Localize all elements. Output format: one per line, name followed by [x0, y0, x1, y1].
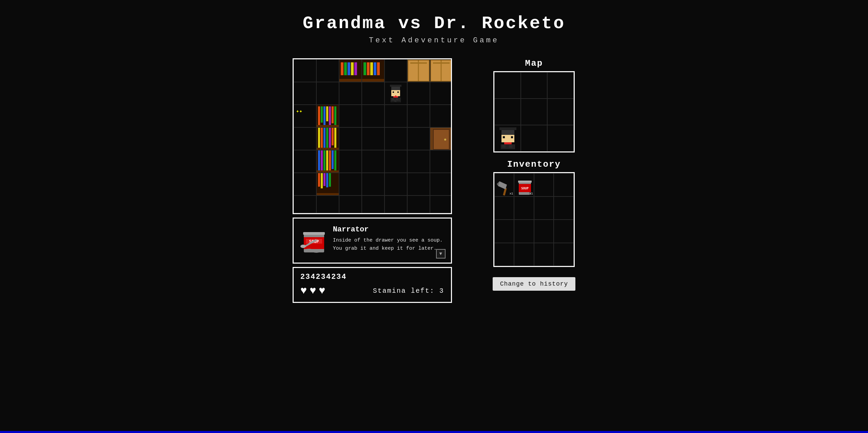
inventory-title: Inventory	[493, 159, 575, 169]
right-panel: Map	[493, 58, 576, 291]
change-history-button[interactable]: Change to history	[493, 277, 576, 291]
inv-cell-9	[514, 220, 534, 243]
inv-cell-1: SOUP x1	[514, 173, 534, 197]
grid-cell-5-6	[430, 173, 452, 195]
svg-rect-24	[511, 136, 513, 138]
map-container	[493, 71, 575, 152]
grid-cell-6-3	[362, 195, 384, 213]
grid-cell-6-4	[384, 195, 407, 213]
grid-cell-0-5	[407, 59, 430, 82]
grid-cell-4-1	[316, 150, 339, 173]
sparkle-icon: ✦✦	[296, 108, 302, 115]
map-cell-1-0	[494, 99, 521, 125]
dialogue-text: Inside of the drawer you see a soup. You…	[333, 236, 444, 253]
map-section: Map	[493, 58, 575, 152]
svg-rect-2	[391, 90, 400, 96]
map-cell-1-1	[521, 99, 547, 125]
stamina-label: Stamina left: 3	[373, 287, 444, 295]
inventory-container: x1 SOUP x1	[493, 172, 575, 267]
grid-cell-3-2	[339, 127, 362, 150]
inv-cell-15	[554, 243, 574, 266]
dialogue-box: SOUP Narrator Inside of the drawer	[293, 218, 452, 264]
player-sprite	[387, 84, 404, 103]
map-cell-0-1	[521, 72, 547, 99]
dialogue-speaker: Narrator	[333, 225, 444, 234]
heart-2: ♥	[310, 285, 316, 297]
svg-rect-22	[501, 135, 514, 142]
svg-rect-28	[509, 145, 512, 148]
bottom-bar	[0, 431, 868, 433]
page-subtitle: Text Adeventure Game	[0, 36, 868, 45]
svg-rect-27	[502, 145, 506, 148]
inv-cell-3	[554, 173, 574, 197]
grid-cell-0-6	[430, 59, 452, 82]
inv-cell-5	[514, 197, 534, 220]
status-row: ♥ ♥ ♥ Stamina left: 3	[300, 285, 444, 297]
grid-cell-2-4	[384, 105, 407, 127]
svg-rect-0	[390, 85, 401, 87]
dialogue-portrait: SOUP	[300, 225, 328, 256]
inv-cell-12	[494, 243, 514, 266]
inv-cell-13	[514, 243, 534, 266]
grid-cell-1-0	[294, 82, 316, 105]
hearts-container: ♥ ♥ ♥	[300, 285, 326, 297]
inv-cell-6	[534, 197, 554, 220]
inv-cell-14	[534, 243, 554, 266]
inv-cell-7	[554, 197, 574, 220]
soup-count: x1	[529, 192, 533, 195]
map-cell-0-2	[547, 72, 574, 99]
svg-marker-30	[498, 181, 507, 189]
grid-cell-2-5	[407, 105, 430, 127]
grid-cell-3-0	[294, 127, 316, 150]
player-id: 234234234	[300, 273, 444, 281]
map-player-sprite	[496, 126, 520, 150]
grid-cell-3-6	[430, 127, 452, 150]
grid-cell-5-4	[384, 173, 407, 195]
grid-cell-4-5	[407, 150, 430, 173]
grid-cell-1-3	[362, 82, 384, 105]
grid-cell-3-1	[316, 127, 339, 150]
grid-cell-0-2	[339, 59, 362, 82]
dialogue-text-area: Narrator Inside of the drawer you see a …	[333, 225, 444, 253]
svg-text:SOUP: SOUP	[521, 187, 529, 190]
map-cell-1-2	[547, 99, 574, 125]
map-cell-0-0	[494, 72, 521, 99]
svg-rect-9	[397, 102, 400, 103]
inv-cell-11	[554, 220, 574, 243]
map-cell-2-1	[521, 125, 547, 151]
map-cell-2-2	[547, 125, 574, 151]
svg-rect-12	[394, 100, 396, 102]
svg-rect-8	[391, 102, 395, 103]
heart-3: ♥	[319, 285, 325, 297]
svg-rect-3	[393, 91, 394, 93]
grid-cell-3-4	[384, 127, 407, 150]
grid-cell-1-1	[316, 82, 339, 105]
grid-cell-2-3	[362, 105, 384, 127]
svg-rect-11	[396, 98, 398, 100]
dialogue-arrow-button[interactable]: ▼	[436, 249, 446, 259]
grid-cell-5-0	[294, 173, 316, 195]
grid-cell-5-1	[316, 173, 339, 195]
grid-cell-1-6	[430, 82, 452, 105]
grid-cell-5-5	[407, 173, 430, 195]
left-panel: ✦✦	[293, 58, 452, 303]
svg-rect-10	[392, 98, 394, 100]
grid-cell-2-6	[430, 105, 452, 127]
grid-cell-2-1	[316, 105, 339, 127]
grid-cell-4-6	[430, 150, 452, 173]
svg-rect-1	[391, 87, 400, 90]
grid-cell-6-5	[407, 195, 430, 213]
grid-cell-3-3	[362, 127, 384, 150]
grid-cell-1-5	[407, 82, 430, 105]
inv-cell-0: x1	[494, 173, 514, 197]
narrator-portrait: SOUP	[300, 225, 328, 256]
svg-rect-25	[504, 142, 512, 144]
grid-cell-1-2	[339, 82, 362, 105]
map-title: Map	[493, 58, 575, 68]
grid-cell-0-4	[384, 59, 407, 82]
grid-cell-4-3	[362, 150, 384, 173]
map-cell-2-0	[494, 125, 521, 151]
grid-cell-5-3	[362, 173, 384, 195]
svg-rect-23	[503, 136, 505, 138]
grid-cell-5-2	[339, 173, 362, 195]
